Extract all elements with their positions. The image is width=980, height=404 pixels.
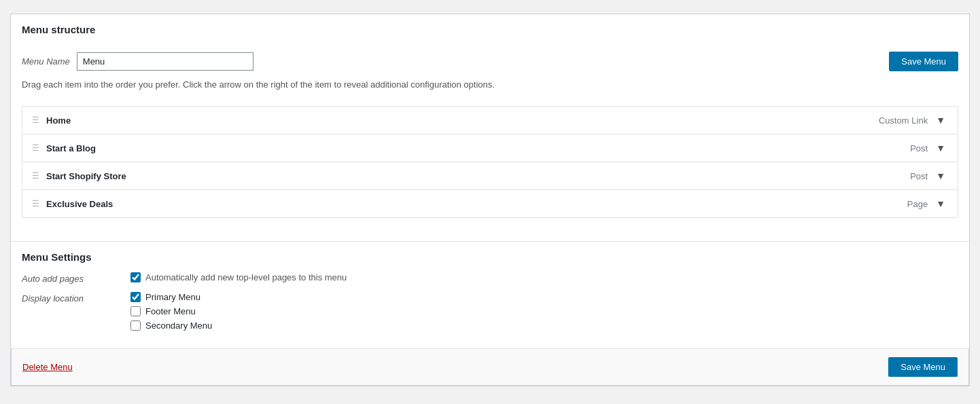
instruction-text: Drag each item into the order you prefer…: [22, 79, 958, 96]
menu-items-list: ☰ Home Custom Link ▼ ☰ Start a Blog: [22, 106, 958, 218]
drag-handle-icon: ☰: [32, 199, 39, 208]
menu-item-name: Start Shopify Store: [46, 171, 126, 181]
menu-item[interactable]: ☰ Home Custom Link ▼: [22, 107, 958, 134]
expand-item-button[interactable]: ▼: [933, 169, 948, 183]
delete-menu-button[interactable]: Delete Menu: [22, 362, 73, 372]
primary-menu-label: Primary Menu: [145, 292, 200, 302]
menu-item-type: Post: [910, 143, 928, 153]
section-title: Menu structure: [22, 24, 95, 35]
auto-add-pages-text: Automatically add new top-level pages to…: [145, 272, 347, 282]
bottom-bar: Delete Menu Save Menu: [11, 348, 969, 386]
secondary-menu-checkbox[interactable]: [130, 320, 141, 331]
auto-add-pages-row: Auto add pages Automatically add new top…: [22, 272, 958, 284]
display-location-label: Display location: [22, 292, 130, 304]
auto-add-checkbox[interactable]: [130, 272, 141, 282]
menu-name-input[interactable]: [77, 52, 253, 71]
menu-item[interactable]: ☰ Start a Blog Post ▼: [22, 134, 958, 162]
primary-menu-checkbox[interactable]: [130, 292, 141, 302]
menu-item-name: Exclusive Deals: [46, 199, 113, 209]
secondary-menu-label: Secondary Menu: [145, 320, 212, 331]
auto-add-pages-label: Auto add pages: [22, 272, 130, 284]
menu-item-name: Start a Blog: [46, 143, 96, 153]
drag-handle-icon: ☰: [32, 143, 39, 153]
drag-handle-icon: ☰: [32, 115, 39, 125]
menu-settings-section: Menu Settings Auto add pages Automatical…: [11, 241, 969, 348]
menu-item-type: Post: [910, 171, 928, 181]
display-location-row: Display location Primary Menu Footer Men…: [22, 292, 958, 331]
menu-item-type: Custom Link: [879, 115, 928, 126]
expand-item-button[interactable]: ▼: [933, 141, 948, 155]
menu-item[interactable]: ☰ Exclusive Deals Page ▼: [22, 190, 958, 217]
expand-item-button[interactable]: ▼: [933, 113, 948, 127]
menu-settings-title: Menu Settings: [22, 251, 958, 263]
footer-menu-label: Footer Menu: [145, 306, 196, 316]
menu-item[interactable]: ☰ Start Shopify Store Post ▼: [22, 162, 958, 190]
save-menu-button-top[interactable]: Save Menu: [889, 52, 958, 71]
menu-name-label: Menu Name: [22, 56, 70, 67]
expand-item-button[interactable]: ▼: [933, 197, 948, 210]
menu-item-type: Page: [907, 199, 928, 209]
footer-menu-checkbox[interactable]: [130, 306, 141, 316]
drag-handle-icon: ☰: [32, 171, 39, 181]
menu-item-name: Home: [46, 115, 71, 126]
save-menu-button-bottom[interactable]: Save Menu: [888, 357, 958, 377]
